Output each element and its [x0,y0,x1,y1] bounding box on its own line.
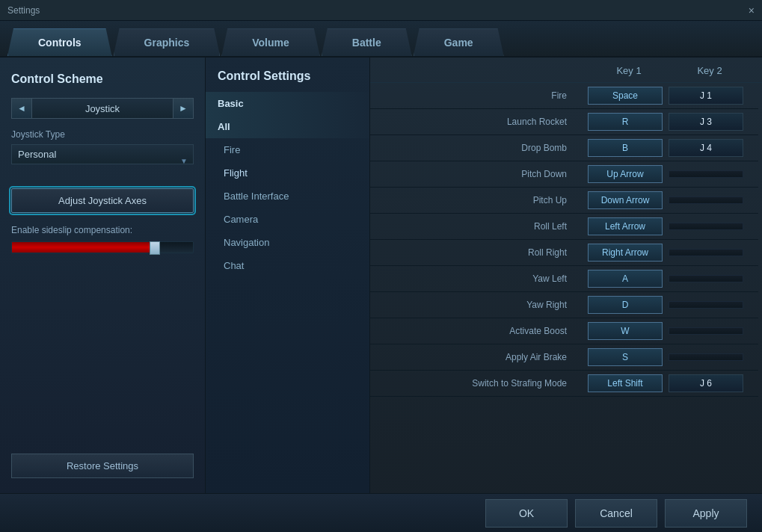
joystick-next-button[interactable]: ► [173,98,194,119]
key1-button[interactable]: Space [588,87,663,105]
spacer [11,253,194,454]
key1-button[interactable]: Down Arrow [588,191,663,209]
key-action-label: Roll Right [378,247,582,258]
key1-header: Key 1 [592,65,666,76]
key-row: Apply Air BrakeS [370,344,758,371]
key-row: Drop BombBJ 4 [370,135,758,161]
control-settings-header: Control Settings [206,58,369,92]
joystick-prev-button[interactable]: ◄ [11,98,32,119]
key2-button[interactable] [669,353,743,361]
key-action-label: Yaw Left [378,273,582,284]
category-item-fire[interactable]: Fire [206,138,369,161]
tab-battle[interactable]: Battle [322,28,412,56]
apply-button[interactable]: Apply [665,499,747,528]
key2-button[interactable]: J 3 [669,113,743,131]
key1-button[interactable]: A [588,270,663,288]
key-action-label: Drop Bomb [378,143,582,153]
key-action-label: Pitch Down [378,169,582,179]
key-action-label: Fire [378,90,582,101]
middle-panel: Control Settings Basic All Fire Flight B… [206,58,370,493]
key-action-label: Launch Rocket [378,117,582,127]
tab-volume[interactable]: Volume [221,28,320,56]
key-action-label: Apply Air Brake [378,352,582,362]
window-title: Settings [7,5,40,16]
key-row: Launch RocketRJ 3 [370,109,758,135]
key-row: Activate BoostW [370,318,758,344]
tabs-bar: Controls Graphics Volume Battle Game [0,21,762,58]
key-row: Pitch DownUp Arrow [370,161,758,188]
key-action-label: Switch to Strafing Mode [378,378,582,389]
joystick-type-dropdown[interactable]: Personal [11,144,194,164]
key-action-label: Pitch Up [378,195,582,205]
key1-button[interactable]: S [588,348,663,366]
key-row: Yaw RightD [370,292,758,318]
sideslip-slider[interactable] [11,241,194,253]
category-basic[interactable]: Basic [206,92,369,115]
left-panel: Control Scheme ◄ Joystick ► Joystick Typ… [0,58,206,493]
category-all[interactable]: All [206,115,369,138]
key-action-label: Yaw Right [378,300,582,310]
key1-button[interactable]: W [588,322,663,340]
content-area: Control Scheme ◄ Joystick ► Joystick Typ… [0,58,762,493]
bottom-bar: OK Cancel Apply [0,493,762,532]
category-item-battle-interface[interactable]: Battle Interface [206,185,369,208]
key1-button[interactable]: Left Arrow [588,217,663,235]
key-headers: Key 1 Key 2 [370,58,762,83]
key2-button[interactable] [669,223,743,230]
ok-button[interactable]: OK [485,499,568,528]
key-row: Roll RightRight Arrow [370,240,758,266]
control-scheme-title: Control Scheme [11,72,194,86]
right-panel: Key 1 Key 2 FireSpaceJ 1Launch RocketRJ … [370,58,762,493]
key1-button[interactable]: R [588,113,663,131]
key1-button[interactable]: B [588,139,663,157]
key-row: FireSpaceJ 1 [370,83,758,109]
key-row: Yaw LeftA [370,266,758,292]
key1-button[interactable]: Right Arrow [588,244,663,262]
category-item-flight[interactable]: Flight [206,161,369,185]
category-item-camera[interactable]: Camera [206,208,369,231]
restore-settings-button[interactable]: Restore Settings [11,454,194,478]
key2-button[interactable]: J 4 [669,139,743,157]
cancel-button[interactable]: Cancel [575,499,657,528]
joystick-type-label: Joystick Type [11,129,194,140]
key-action-label: Roll Left [378,221,582,232]
key2-button[interactable] [669,170,743,178]
key-list: FireSpaceJ 1Launch RocketRJ 3Drop BombBJ… [370,83,762,493]
key-row: Switch to Strafing ModeLeft ShiftJ 6 [370,371,758,397]
key2-button[interactable] [669,275,743,282]
tab-game[interactable]: Game [414,28,504,56]
key2-button[interactable]: J 6 [669,374,743,392]
slider-fill [12,242,160,253]
sideslip-label: Enable sideslip compensation: [11,225,194,235]
key-row: Roll LeftLeft Arrow [370,214,758,240]
main-container: Controls Graphics Volume Battle Game Con… [0,21,762,532]
key-row: Pitch UpDown Arrow [370,188,758,214]
title-bar: Settings × [0,0,762,21]
adjust-joystick-axes-button[interactable]: Adjust Joystick Axes [11,188,194,213]
slider-handle[interactable] [150,241,160,255]
category-item-chat[interactable]: Chat [206,254,369,277]
key1-button[interactable]: Up Arrow [588,165,663,183]
category-item-navigation[interactable]: Navigation [206,231,369,254]
joystick-type-dropdown-wrapper: Personal [11,144,194,176]
key-action-label: Activate Boost [378,326,582,336]
close-button[interactable]: × [749,4,755,16]
key2-button[interactable] [669,301,743,309]
joystick-label: Joystick [32,98,173,119]
key2-button[interactable]: J 1 [669,87,743,105]
joystick-selector: ◄ Joystick ► [11,98,194,119]
key2-header: Key 2 [672,65,747,76]
key1-button[interactable]: Left Shift [588,374,663,392]
key2-button[interactable] [669,249,743,256]
key1-button[interactable]: D [588,296,663,314]
tab-graphics[interactable]: Graphics [114,28,221,56]
key2-button[interactable] [669,197,743,204]
tab-controls[interactable]: Controls [7,28,112,56]
key2-button[interactable] [669,327,743,335]
